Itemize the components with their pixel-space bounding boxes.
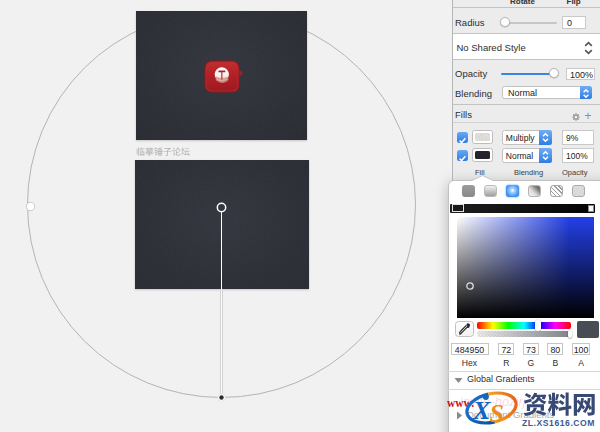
svg-text:S: S xyxy=(490,398,504,425)
svg-text:X: X xyxy=(472,395,491,424)
